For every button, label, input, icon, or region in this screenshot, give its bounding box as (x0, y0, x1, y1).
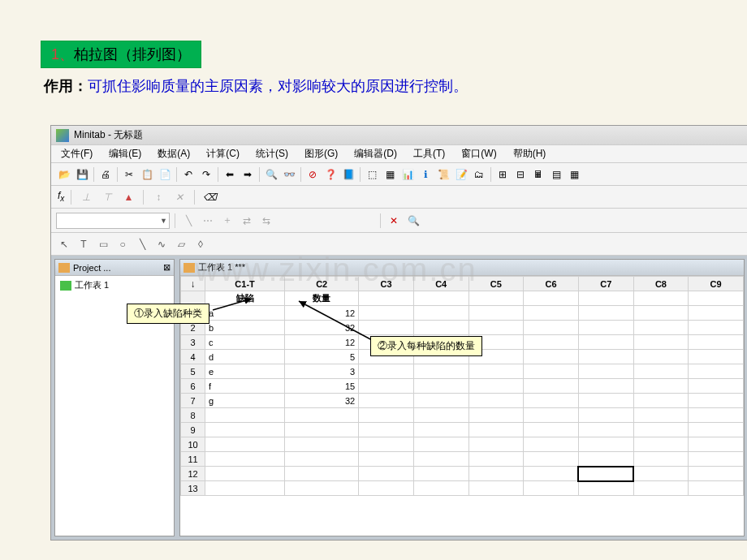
cell[interactable] (578, 437, 633, 452)
cell[interactable] (524, 467, 579, 481)
cell[interactable] (359, 291, 414, 306)
tree-worksheet-item[interactable]: 工作表 1 (55, 276, 174, 295)
cell[interactable] (413, 321, 468, 335)
cell[interactable] (468, 394, 524, 408)
fx-btn2[interactable]: ⊤ (99, 189, 115, 205)
cell[interactable] (205, 481, 285, 496)
cell[interactable]: d (205, 350, 285, 364)
cell[interactable] (578, 481, 633, 496)
cell[interactable] (689, 394, 744, 408)
cell[interactable] (413, 306, 468, 321)
cell[interactable] (359, 306, 414, 321)
cell[interactable] (578, 408, 633, 423)
cell[interactable] (468, 452, 524, 467)
col-c7[interactable]: C7 (578, 277, 633, 291)
cell[interactable] (359, 481, 414, 496)
cell[interactable] (689, 321, 744, 335)
cell[interactable] (205, 452, 285, 467)
cell[interactable] (689, 335, 744, 350)
cell[interactable] (578, 350, 633, 364)
cell[interactable] (524, 394, 579, 408)
cell[interactable] (633, 335, 689, 350)
cell[interactable] (524, 452, 579, 467)
project-icon[interactable]: 🗂 (471, 166, 487, 183)
cell[interactable] (413, 452, 468, 467)
row-7[interactable]: 7 (181, 394, 205, 408)
save-icon[interactable]: 💾 (74, 166, 90, 183)
cell[interactable] (468, 481, 524, 496)
cell[interactable] (359, 321, 414, 335)
cell[interactable] (578, 379, 633, 394)
row-10[interactable]: 10 (181, 437, 205, 452)
cell[interactable] (413, 467, 468, 481)
menu-window[interactable]: 窗口(W) (455, 145, 503, 162)
cell[interactable] (285, 467, 359, 481)
fx-btn5[interactable]: ✕ (171, 189, 188, 205)
fx-btn3[interactable]: ▲ (120, 189, 136, 205)
cell[interactable] (205, 423, 285, 437)
cell[interactable] (633, 350, 689, 364)
rect-tool-icon[interactable]: ▭ (95, 236, 111, 252)
cell[interactable] (689, 481, 744, 496)
cell[interactable] (524, 306, 579, 321)
cell[interactable] (633, 306, 689, 321)
row-4[interactable]: 4 (181, 350, 205, 364)
polyline-icon[interactable]: ∿ (153, 236, 170, 252)
fx-btn4[interactable]: ↕ (150, 189, 166, 205)
cell[interactable] (633, 364, 689, 379)
nav-back-icon[interactable]: ⬅ (222, 166, 238, 183)
cell[interactable] (633, 467, 689, 481)
menu-tools[interactable]: 工具(T) (407, 145, 451, 162)
cell[interactable]: 12 (285, 335, 359, 350)
circle-tool-icon[interactable]: ○ (114, 236, 131, 252)
show-session-icon[interactable]: ⊞ (494, 166, 511, 183)
cell[interactable] (689, 306, 744, 321)
cell[interactable] (468, 306, 524, 321)
cell[interactable] (413, 364, 468, 379)
cell[interactable] (468, 408, 524, 423)
cell[interactable] (524, 364, 579, 379)
cell[interactable] (205, 437, 285, 452)
plus-icon[interactable]: ＋ (219, 213, 235, 229)
menu-file[interactable]: 文件(F) (54, 145, 99, 162)
cell[interactable] (205, 408, 285, 423)
cell[interactable] (633, 291, 689, 306)
cell[interactable] (689, 423, 744, 437)
cell[interactable] (578, 335, 633, 350)
zoom-icon[interactable]: 🔍 (405, 213, 421, 229)
cell[interactable] (524, 321, 579, 335)
cell[interactable]: f (205, 379, 285, 394)
close-panel-icon[interactable]: ⊠ (163, 262, 171, 273)
cell[interactable] (578, 394, 633, 408)
menu-data[interactable]: 数据(A) (151, 145, 196, 162)
menu-stat[interactable]: 统计(S) (249, 145, 295, 162)
cell[interactable] (285, 423, 359, 437)
col-c4[interactable]: C4 (413, 277, 468, 291)
cell-header-defect[interactable]: 缺陷 (205, 291, 285, 306)
cell[interactable] (578, 423, 633, 437)
cell[interactable] (413, 437, 468, 452)
cell[interactable] (578, 306, 633, 321)
dots-icon[interactable]: ⋯ (200, 213, 216, 229)
corner-cell[interactable]: ↓ (181, 277, 205, 291)
cell[interactable] (524, 437, 579, 452)
cell[interactable] (359, 408, 414, 423)
cell[interactable] (413, 379, 468, 394)
cell[interactable]: 12 (285, 306, 359, 321)
row-3[interactable]: 3 (181, 335, 205, 350)
cell[interactable] (524, 350, 579, 364)
cell[interactable] (524, 291, 579, 306)
cell[interactable] (633, 452, 689, 467)
cell[interactable] (359, 364, 414, 379)
cell[interactable] (359, 423, 414, 437)
cell-selected[interactable] (578, 467, 633, 481)
swap-icon[interactable]: ⇆ (258, 213, 274, 229)
cell[interactable] (468, 423, 524, 437)
open-icon[interactable]: 📂 (56, 166, 72, 183)
undo-icon[interactable]: ↶ (180, 166, 196, 183)
cell[interactable]: 3 (285, 364, 359, 379)
cell[interactable] (689, 291, 744, 306)
cell[interactable] (689, 379, 744, 394)
arrows-icon[interactable]: ⇄ (239, 213, 255, 229)
cell[interactable] (578, 364, 633, 379)
